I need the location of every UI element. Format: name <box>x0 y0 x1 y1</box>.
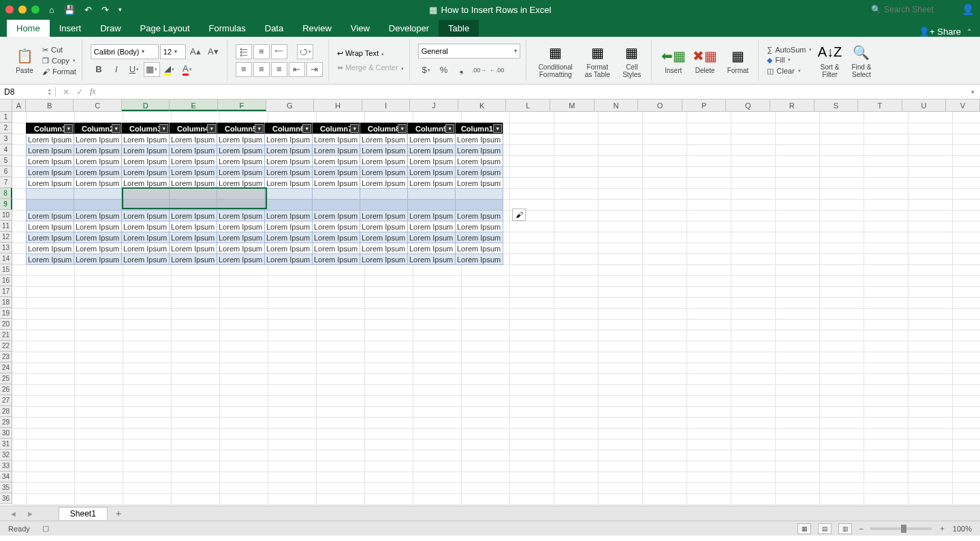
find-select-button[interactable]: 🔍Find & Select <box>847 43 875 78</box>
qat-customize-icon[interactable]: ▾ <box>118 6 122 13</box>
table-cell[interactable]: Lorem Ipsum <box>360 156 408 167</box>
zoom-level[interactable]: 100% <box>953 525 972 533</box>
close-icon[interactable] <box>5 5 14 14</box>
table-cell[interactable] <box>313 189 360 200</box>
row-header[interactable]: 17 <box>0 286 12 297</box>
table-cell[interactable]: Lorem Ipsum <box>265 167 313 178</box>
comma-icon[interactable]: ❟ <box>454 63 470 78</box>
table-row[interactable]: Lorem IpsumLorem IpsumLorem IpsumLorem I… <box>27 178 503 189</box>
filter-icon[interactable]: ▾ <box>398 124 407 133</box>
increase-font-icon[interactable]: A▴ <box>187 44 204 59</box>
row-header[interactable]: 35 <box>0 482 12 493</box>
normal-view-icon[interactable]: ▦ <box>797 523 811 534</box>
column-header[interactable]: D <box>122 99 170 111</box>
table-cell[interactable]: Lorem Ipsum <box>408 156 456 167</box>
collapse-ribbon-icon[interactable]: ⌃ <box>966 28 972 35</box>
column-header[interactable]: N <box>595 99 639 111</box>
column-header[interactable]: A <box>12 99 26 111</box>
row-header[interactable]: 36 <box>0 493 12 504</box>
table-row[interactable]: Lorem IpsumLorem IpsumLorem IpsumLorem I… <box>27 145 503 156</box>
row-header[interactable]: 33 <box>0 461 12 472</box>
table-cell[interactable]: Lorem Ipsum <box>313 232 360 243</box>
table-cell[interactable]: Lorem Ipsum <box>456 134 503 145</box>
table-cell[interactable]: Lorem Ipsum <box>456 145 503 156</box>
orientation-icon[interactable]: ⭯▾ <box>297 44 313 59</box>
row-header[interactable]: 10 <box>0 210 12 221</box>
table-cell[interactable]: Lorem Ipsum <box>360 232 408 243</box>
table-cell[interactable]: Lorem Ipsum <box>217 243 265 254</box>
table-cell[interactable]: Lorem Ipsum <box>122 156 170 167</box>
table-cell[interactable] <box>408 200 456 211</box>
format-painter-button[interactable]: 🖌Format <box>42 67 76 76</box>
table-cell[interactable]: Lorem Ipsum <box>74 167 122 178</box>
table-cell[interactable] <box>217 189 265 200</box>
maximize-icon[interactable] <box>31 5 39 14</box>
table-cell[interactable] <box>170 189 217 200</box>
table-cell[interactable]: Lorem Ipsum <box>122 178 170 189</box>
bold-button[interactable]: B <box>91 62 107 77</box>
search-input[interactable] <box>884 5 952 14</box>
table-cell[interactable] <box>313 200 360 211</box>
macro-record-icon[interactable]: ▢ <box>42 524 49 533</box>
table-header[interactable]: Column1▾ <box>27 123 74 134</box>
table-cell[interactable] <box>122 189 170 200</box>
table-cell[interactable]: Lorem Ipsum <box>408 211 456 221</box>
align-right-icon[interactable]: ≡ <box>271 62 287 77</box>
table-cell[interactable]: Lorem Ipsum <box>122 243 170 254</box>
increase-decimal-icon[interactable]: .00→ <box>471 63 488 78</box>
table-cell[interactable]: Lorem Ipsum <box>456 156 503 167</box>
table-cell[interactable] <box>27 200 74 211</box>
tab-developer[interactable]: Developer <box>379 20 439 37</box>
table-cell[interactable] <box>27 189 74 200</box>
table-header[interactable]: Column9▾ <box>408 123 456 134</box>
row-header[interactable]: 31 <box>0 439 12 450</box>
sort-filter-button[interactable]: A↓ZSort & Filter <box>816 43 843 78</box>
column-header[interactable]: I <box>362 99 411 111</box>
table-cell[interactable]: Lorem Ipsum <box>217 232 265 243</box>
table-row[interactable]: Lorem IpsumLorem IpsumLorem IpsumLorem I… <box>27 211 503 221</box>
row-header[interactable]: 12 <box>0 232 12 243</box>
row-header[interactable]: 25 <box>0 373 12 384</box>
wrap-text-button[interactable]: ↩ Wrap Text ▾ <box>337 49 404 58</box>
table-cell[interactable]: Lorem Ipsum <box>170 254 217 265</box>
table-cell[interactable]: Lorem Ipsum <box>408 167 456 178</box>
table-row-empty[interactable] <box>27 200 503 211</box>
table-cell[interactable]: Lorem Ipsum <box>217 178 265 189</box>
row-header[interactable]: 26 <box>0 384 12 395</box>
table-cell[interactable]: Lorem Ipsum <box>27 243 74 254</box>
align-center-icon[interactable]: ≡ <box>253 62 270 77</box>
table-cell[interactable]: Lorem Ipsum <box>265 145 313 156</box>
table-cell[interactable]: Lorem Ipsum <box>456 232 503 243</box>
cut-button[interactable]: ✂Cut <box>42 46 76 55</box>
font-name-dropdown[interactable]: Calibri (Body)▾ <box>91 44 159 59</box>
copy-button[interactable]: ❐Copy▾ <box>42 57 76 65</box>
underline-button[interactable]: U▾ <box>126 62 142 77</box>
table-cell[interactable]: Lorem Ipsum <box>313 221 360 232</box>
table-cell[interactable] <box>408 189 456 200</box>
table-row[interactable]: Lorem IpsumLorem IpsumLorem IpsumLorem I… <box>27 156 503 167</box>
filter-icon[interactable]: ▾ <box>112 124 121 133</box>
table-cell[interactable] <box>456 189 503 200</box>
zoom-slider[interactable] <box>870 527 932 530</box>
row-header[interactable]: 1 <box>0 112 12 123</box>
table-row[interactable]: Lorem IpsumLorem IpsumLorem IpsumLorem I… <box>27 221 503 232</box>
home-icon[interactable]: ⌂ <box>49 5 54 15</box>
sheet-nav-next-icon[interactable]: ► <box>24 510 37 518</box>
name-box-spinner-icon[interactable]: ▴▾ <box>48 88 51 96</box>
filter-icon[interactable]: ▾ <box>207 124 216 133</box>
table-row[interactable]: Lorem IpsumLorem IpsumLorem IpsumLorem I… <box>27 243 503 254</box>
table-row[interactable]: Lorem IpsumLorem IpsumLorem IpsumLorem I… <box>27 232 503 243</box>
row-header[interactable]: 9 <box>0 199 12 210</box>
table-cell[interactable]: Lorem Ipsum <box>313 145 360 156</box>
table-cell[interactable]: Lorem Ipsum <box>217 156 265 167</box>
tab-formulas[interactable]: Formulas <box>200 20 255 37</box>
column-header[interactable]: G <box>266 99 315 111</box>
tab-draw[interactable]: Draw <box>91 20 130 37</box>
table-cell[interactable]: Lorem Ipsum <box>408 145 456 156</box>
table-header[interactable]: Column10▾ <box>456 123 503 134</box>
data-table[interactable]: Column1▾Column2▾Column3▾Column4▾Column5▾… <box>26 123 503 265</box>
cancel-formula-icon[interactable]: ✕ <box>63 87 69 97</box>
align-middle-icon[interactable]: ≡ <box>253 44 270 59</box>
row-header[interactable]: 27 <box>0 395 12 406</box>
table-cell[interactable]: Lorem Ipsum <box>27 221 74 232</box>
